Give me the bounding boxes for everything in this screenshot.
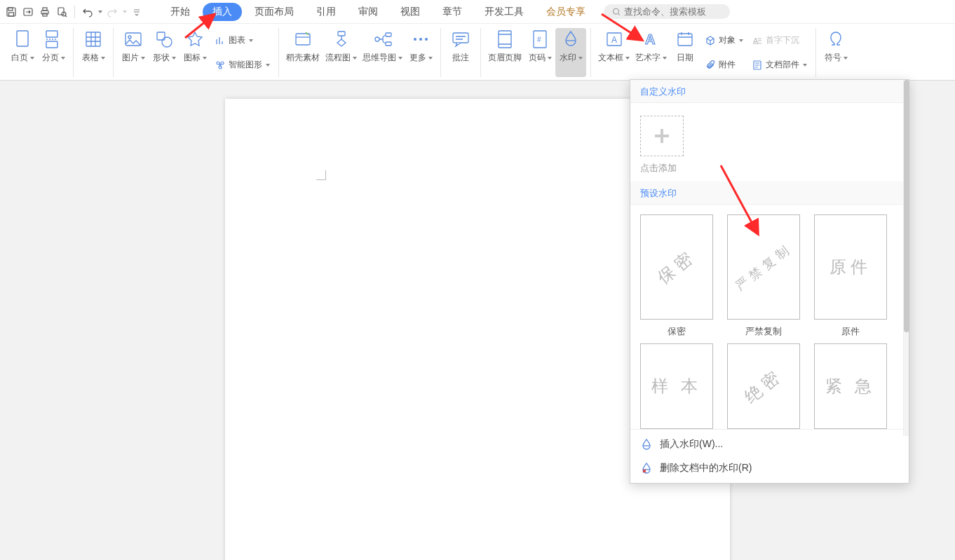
print-preview-icon[interactable] (55, 5, 69, 19)
plus-icon (652, 126, 672, 146)
table-button[interactable]: 表格 (78, 28, 109, 77)
add-watermark-label: 点击添加 (640, 162, 677, 175)
group-headerfooter: 页眉页脚 # 页码 水印 (481, 28, 591, 77)
svg-rect-5 (43, 8, 47, 11)
comment-button[interactable]: 批注 (445, 28, 476, 77)
print-icon[interactable] (38, 5, 52, 19)
panel-scrollbar-thumb[interactable] (904, 80, 909, 332)
preset-top-secret[interactable]: 绝密 (727, 343, 800, 429)
redo-dropdown-icon[interactable] (123, 11, 127, 13)
rbtn-label: 批注 (452, 52, 469, 64)
icon-button[interactable]: 图标 (180, 28, 210, 77)
tab-view[interactable]: 视图 (391, 3, 430, 21)
search-icon (612, 7, 621, 17)
preset-label: 原件 (841, 325, 860, 338)
shape-button[interactable]: 形状 (149, 28, 180, 77)
search-input[interactable] (624, 6, 722, 17)
undo-icon[interactable] (81, 5, 95, 19)
rbtn-label: 图标 (184, 52, 201, 64)
export-icon[interactable] (21, 5, 35, 19)
chart-button[interactable]: 图表 (213, 33, 271, 48)
rbtn-label: 流程图 (325, 52, 351, 64)
redo-icon[interactable] (105, 5, 119, 19)
textbox-button[interactable]: A 文本框 (595, 28, 632, 77)
more-button[interactable]: 更多 (405, 28, 436, 77)
smart-graphic-button[interactable]: 智能图形 (213, 57, 271, 72)
tab-label: 开始 (170, 6, 190, 17)
symbol-button[interactable]: 符号 (820, 28, 851, 77)
search-box[interactable] (604, 4, 730, 19)
preset-thumb: 紧 急 (814, 343, 887, 429)
preset-watermark-header: 预设水印 (630, 182, 909, 205)
preset-confidential[interactable]: 保密 保密 (640, 214, 713, 338)
rbtn-label: 表格 (82, 52, 99, 64)
page-number-button[interactable]: # 页码 (524, 28, 555, 77)
quick-access-row: 开始 插入 页面布局 引用 审阅 视图 章节 开发工具 会员专享 (0, 0, 955, 24)
tab-chapter[interactable]: 章节 (433, 3, 472, 21)
tab-page-layout[interactable]: 页面布局 (245, 3, 304, 21)
svg-rect-30 (499, 31, 511, 48)
watermark-button[interactable]: 水印 (555, 28, 586, 77)
page-break-icon (43, 29, 63, 49)
svg-point-15 (128, 36, 131, 39)
menuitem-label: 插入水印(W)... (660, 438, 723, 451)
picture-button[interactable]: 图片 (118, 28, 149, 77)
doc-parts-button[interactable]: 文档部件 (750, 57, 808, 72)
tab-review[interactable]: 审阅 (348, 3, 388, 21)
group-illustrations: 图片 形状 图标 图表 智能图形 (114, 28, 279, 77)
undo-dropdown-icon[interactable] (98, 11, 102, 13)
blank-page-button[interactable]: 白页 (7, 28, 38, 77)
preset-thumb: 严禁复制 (727, 214, 800, 320)
preset-original[interactable]: 原件 原件 (814, 214, 887, 338)
tab-dev-tools[interactable]: 开发工具 (475, 3, 534, 21)
qa-overflow-icon[interactable] (130, 5, 144, 19)
preset-urgent[interactable]: 紧 急 (814, 343, 887, 429)
top-area: 开始 插入 页面布局 引用 审阅 视图 章节 开发工具 会员专享 白页 分页 (0, 0, 955, 81)
rbtn-label: 艺术字 (635, 52, 661, 64)
group-comment: 批注 (441, 28, 481, 77)
date-button[interactable]: 日期 (670, 28, 700, 77)
wordart-button[interactable]: A 艺术字 (632, 28, 670, 77)
mini-label: 文档部件 (766, 59, 799, 71)
docky-assets-button[interactable]: 稻壳素材 (283, 28, 323, 77)
comment-icon (451, 29, 470, 49)
thumb-text: 原件 (829, 256, 872, 278)
tab-insert[interactable]: 插入 (203, 3, 242, 21)
rbtn-label: 页眉页脚 (488, 52, 522, 64)
custom-watermark-area: 点击添加 (630, 103, 909, 182)
insert-watermark-menuitem[interactable]: 插入水印(W)... (630, 432, 909, 456)
tab-references[interactable]: 引用 (306, 3, 346, 21)
svg-rect-25 (386, 42, 391, 46)
object-button[interactable]: 对象 (703, 33, 745, 48)
svg-point-18 (217, 62, 219, 64)
chart-icon (215, 35, 226, 46)
text-mini2: A 首字下沉 文档部件 (747, 28, 811, 77)
svg-rect-1 (8, 8, 13, 11)
menuitem-label: 删除文档中的水印(R) (660, 462, 752, 474)
insert-watermark-icon (640, 438, 653, 451)
tab-vip[interactable]: 会员专享 (536, 3, 595, 21)
watermark-icon (561, 29, 581, 49)
dropcap-button[interactable]: A 首字下沉 (750, 33, 808, 48)
tab-start[interactable]: 开始 (161, 3, 200, 21)
preset-thumb: 绝密 (727, 343, 800, 429)
svg-text:A: A (611, 35, 617, 45)
svg-rect-12 (46, 41, 57, 48)
svg-rect-10 (17, 31, 28, 46)
flowchart-button[interactable]: 流程图 (323, 28, 360, 77)
attachment-button[interactable]: 附件 (703, 57, 745, 72)
watermark-scroll[interactable]: 自定义水印 点击添加 预设水印 保密 保密 严禁复制 严禁复制 原件 原件 (630, 80, 909, 429)
save-icon[interactable] (4, 5, 18, 19)
header-footer-button[interactable]: 页眉页脚 (485, 28, 524, 77)
rbtn-label: 页码 (529, 52, 546, 64)
mini-label: 附件 (719, 59, 736, 71)
remove-watermark-menuitem[interactable]: 删除文档中的水印(R) (630, 456, 909, 480)
preset-no-copy[interactable]: 严禁复制 严禁复制 (727, 214, 800, 338)
preset-sample[interactable]: 样 本 (640, 343, 713, 429)
panel-scrollbar-track[interactable] (903, 80, 909, 436)
page-break-button[interactable]: 分页 (38, 28, 69, 77)
svg-point-28 (425, 38, 428, 41)
add-watermark-button[interactable] (640, 116, 684, 156)
rbtn-label: 文本框 (598, 52, 623, 64)
mindmap-button[interactable]: 思维导图 (360, 28, 405, 77)
